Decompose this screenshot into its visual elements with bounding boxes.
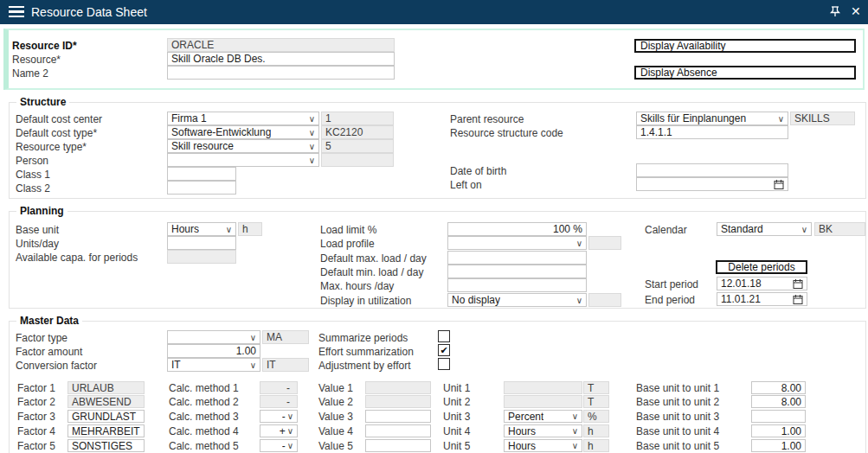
name2-label: Name 2 xyxy=(12,67,48,80)
unit4-code: h xyxy=(583,424,609,437)
unit1-field xyxy=(504,381,582,394)
chevron-down-icon: ∨ xyxy=(576,239,582,248)
display-availability-button[interactable]: Display Availability xyxy=(634,39,856,53)
unit4-select[interactable]: Hours∨ xyxy=(504,424,582,437)
base-unit-select[interactable]: Hours∨ xyxy=(167,222,236,236)
calendar-select[interactable]: Standard∨ xyxy=(717,222,812,236)
calc-method1-label: Calc. method 1 xyxy=(169,381,239,395)
units-day-field[interactable] xyxy=(167,236,236,250)
load-profile-select[interactable]: ∨ xyxy=(447,236,587,250)
summarize-periods-checkbox[interactable] xyxy=(438,330,450,342)
value5-label: Value 5 xyxy=(318,439,353,453)
start-period-field[interactable]: 12.01.18 xyxy=(717,277,807,290)
base-unit2-field[interactable]: 8.00 xyxy=(751,395,806,408)
value5-field[interactable] xyxy=(365,439,431,452)
calendar-icon[interactable] xyxy=(793,294,803,305)
factor3-field[interactable]: GRUNDLAST xyxy=(68,410,145,423)
class1-field[interactable] xyxy=(167,167,236,181)
display-util-select[interactable]: No display∨ xyxy=(447,293,587,307)
delete-periods-button[interactable]: Delete periods xyxy=(716,260,807,274)
base-unit5-field[interactable]: 1.00 xyxy=(751,439,806,452)
adjustment-by-effort-checkbox[interactable] xyxy=(438,358,450,370)
factor-type-select[interactable]: ∨ xyxy=(167,330,260,344)
factor4-label: Factor 4 xyxy=(17,424,55,438)
factor-amount-label: Factor amount xyxy=(16,345,82,359)
class2-field[interactable] xyxy=(167,181,236,195)
date-of-birth-field[interactable] xyxy=(636,163,788,177)
cost-type-code: KC2120 xyxy=(321,125,394,139)
resource-name-field[interactable]: Skill Oracle DB Des. xyxy=(167,52,395,66)
value1-field xyxy=(365,381,431,394)
chevron-down-icon: ∨ xyxy=(801,225,807,234)
chevron-down-icon: ∨ xyxy=(287,412,293,421)
effort-summarization-checkbox[interactable]: ✔ xyxy=(438,344,450,356)
resource-type-select[interactable]: Skill resource∨ xyxy=(167,139,319,153)
value3-label: Value 3 xyxy=(318,410,353,424)
class1-label: Class 1 xyxy=(16,168,50,182)
calc-method5-select[interactable]: -∨ xyxy=(260,439,298,452)
resource-type-code: 5 xyxy=(321,139,394,153)
value2-field xyxy=(365,395,431,408)
chevron-down-icon: ∨ xyxy=(250,360,256,370)
display-util-label: Display in utilization xyxy=(320,294,411,308)
cost-center-label: Default cost center xyxy=(16,112,102,126)
calendar-icon[interactable] xyxy=(793,278,803,290)
master-data-legend: Master Data xyxy=(16,315,82,328)
resource-label: Resource* xyxy=(12,53,61,67)
default-min-field[interactable] xyxy=(447,265,587,278)
value4-field[interactable] xyxy=(365,424,431,437)
unit1-code: T xyxy=(583,381,609,394)
value3-field[interactable] xyxy=(365,410,431,423)
factor4-field[interactable]: MEHRARBEIT xyxy=(68,424,145,437)
max-hours-field[interactable] xyxy=(447,278,587,292)
load-limit-label: Load limit % xyxy=(320,223,376,237)
factor3-label: Factor 3 xyxy=(17,410,55,424)
calendar-label: Calendar xyxy=(645,223,687,237)
base-unit3-field[interactable] xyxy=(751,410,806,423)
display-absence-button[interactable]: Display Absence xyxy=(634,66,856,80)
value1-label: Value 1 xyxy=(318,381,353,395)
resource-data-sheet-window: Resource Data Sheet ✕ Resource ID* Resou… xyxy=(0,0,868,453)
base-unit4-field[interactable]: 1.00 xyxy=(751,424,806,437)
factor5-field[interactable]: SONSTIGES xyxy=(68,439,145,452)
calc-method4-select[interactable]: +∨ xyxy=(260,424,298,437)
menu-icon[interactable] xyxy=(9,6,24,17)
unit5-select[interactable]: Hours∨ xyxy=(504,439,582,452)
factor2-field: ABWESEND xyxy=(68,395,145,408)
factor-type-label: Factor type xyxy=(16,331,68,345)
base-unit1-field[interactable]: 8.00 xyxy=(751,381,806,394)
structure-code-field[interactable]: 1.4.1.1 xyxy=(636,125,788,139)
unit3-select[interactable]: Percent∨ xyxy=(504,410,582,423)
avail-capa-field xyxy=(167,250,236,264)
calc-method5-label: Calc. method 5 xyxy=(169,439,239,453)
factor1-field: URLAUB xyxy=(68,381,145,394)
factor1-label: Factor 1 xyxy=(17,381,55,395)
date-of-birth-label: Date of birth xyxy=(450,164,506,178)
cost-center-select[interactable]: Firma 1∨ xyxy=(167,112,319,125)
parent-resource-select[interactable]: Skills für Einplanungen∨ xyxy=(636,112,788,125)
unit2-code: T xyxy=(583,395,609,408)
pin-icon[interactable] xyxy=(828,4,842,22)
close-icon[interactable]: ✕ xyxy=(851,4,861,18)
chevron-down-icon: ∨ xyxy=(226,225,232,234)
factor5-label: Factor 5 xyxy=(17,439,55,453)
person-select[interactable]: ∨ xyxy=(167,153,319,167)
conversion-factor-select[interactable]: IT∨ xyxy=(167,358,260,372)
name2-field[interactable] xyxy=(167,66,395,80)
chevron-down-icon: ∨ xyxy=(309,156,315,165)
default-max-field[interactable] xyxy=(447,251,587,265)
base-unit1-label: Base unit to unit 1 xyxy=(636,381,719,395)
cost-type-select[interactable]: Software-Entwicklung∨ xyxy=(167,125,319,139)
avail-capa-label: Available capa. for periods xyxy=(16,251,138,265)
calc-method4-label: Calc. method 4 xyxy=(169,424,239,438)
factor-amount-field[interactable]: 1.00 xyxy=(167,344,260,358)
adjustment-by-effort-label: Adjustment by effort xyxy=(318,359,411,373)
base-unit5-label: Base unit to unit 5 xyxy=(636,439,719,453)
load-limit-field[interactable]: 100 % xyxy=(447,222,587,236)
calendar-icon[interactable] xyxy=(774,179,784,190)
display-util-code xyxy=(588,293,621,307)
end-period-field[interactable]: 11.01.21 xyxy=(717,292,807,306)
class2-label: Class 2 xyxy=(16,182,50,195)
left-on-field[interactable] xyxy=(636,177,788,191)
calc-method3-select[interactable]: -∨ xyxy=(260,410,298,423)
